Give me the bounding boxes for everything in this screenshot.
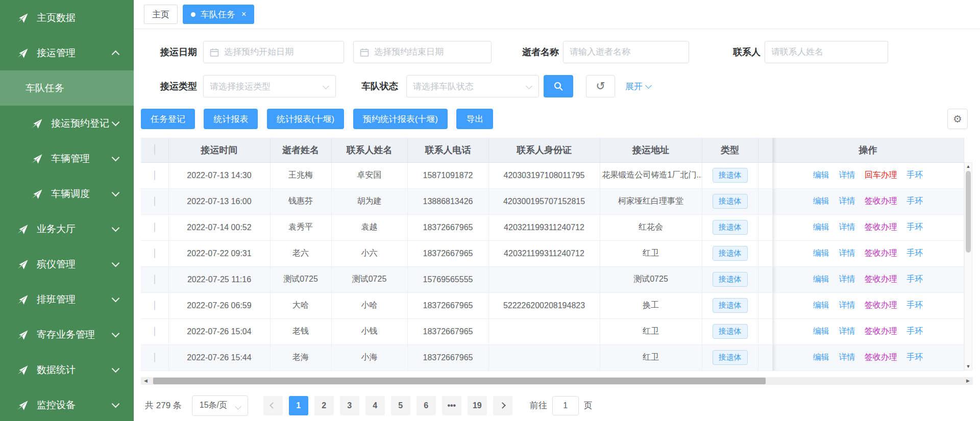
toolbar-button[interactable]: 统计报表 bbox=[204, 109, 258, 129]
sidebar-item[interactable]: 殡仪管理 bbox=[0, 246, 134, 282]
detail-link[interactable]: 详情 bbox=[839, 196, 855, 205]
process-link[interactable]: 签收办理 bbox=[865, 301, 897, 309]
contact-input[interactable] bbox=[765, 41, 888, 63]
sidebar-item[interactable]: 数据统计 bbox=[0, 352, 134, 387]
wristband-link[interactable]: 手环 bbox=[906, 301, 923, 309]
sidebar-item[interactable]: 寄存业务管理 bbox=[0, 317, 134, 352]
vertical-scroll-thumb[interactable] bbox=[966, 171, 971, 253]
row-checkbox[interactable] bbox=[154, 327, 155, 336]
toolbar-button[interactable]: 导出 bbox=[456, 109, 493, 129]
horizontal-scroll-thumb[interactable] bbox=[153, 378, 766, 384]
horizontal-scrollbar[interactable]: ◀ ▶ bbox=[141, 377, 973, 385]
date-start-input[interactable] bbox=[204, 41, 344, 63]
process-link[interactable]: 签收办理 bbox=[865, 222, 897, 231]
row-checkbox[interactable] bbox=[154, 353, 155, 362]
row-checkbox[interactable] bbox=[154, 275, 155, 284]
page-button[interactable]: 3 bbox=[340, 396, 359, 415]
scroll-down-icon[interactable]: ▼ bbox=[965, 363, 972, 370]
tab-fleet-tasks[interactable]: 车队任务 × bbox=[183, 5, 254, 24]
page-size-select[interactable]: 15条/页 bbox=[192, 395, 248, 416]
edit-link[interactable]: 编辑 bbox=[813, 275, 829, 283]
edit-link[interactable]: 编辑 bbox=[813, 327, 829, 335]
page-button[interactable]: 4 bbox=[365, 396, 385, 415]
sidebar-item[interactable]: 车队任务 bbox=[0, 70, 134, 106]
deceased-name-input[interactable] bbox=[564, 41, 689, 63]
sidebar-item[interactable]: 接运预约登记 bbox=[0, 106, 134, 141]
detail-link[interactable]: 详情 bbox=[839, 275, 855, 283]
page-button[interactable]: 2 bbox=[314, 396, 334, 415]
page-button[interactable]: 1 bbox=[289, 396, 308, 415]
contact-field[interactable] bbox=[765, 41, 888, 63]
process-link[interactable]: 回车办理 bbox=[865, 170, 897, 179]
row-checkbox[interactable] bbox=[154, 249, 155, 258]
cell-contact-name: 小六 bbox=[331, 240, 407, 266]
wristband-link[interactable]: 手环 bbox=[906, 327, 923, 335]
detail-link[interactable]: 详情 bbox=[839, 353, 855, 361]
process-link[interactable]: 签收办理 bbox=[865, 196, 897, 205]
page-button[interactable]: 5 bbox=[391, 396, 410, 415]
row-checkbox[interactable] bbox=[154, 301, 155, 310]
deceased-name-field[interactable] bbox=[563, 41, 689, 63]
wristband-link[interactable]: 手环 bbox=[906, 170, 923, 179]
wristband-link[interactable]: 手环 bbox=[906, 275, 923, 283]
process-link[interactable]: 签收办理 bbox=[865, 249, 897, 257]
cell-deceased-name: 老海 bbox=[270, 344, 331, 370]
wristband-link[interactable]: 手环 bbox=[906, 249, 923, 257]
select-all-checkbox[interactable] bbox=[154, 144, 155, 155]
toolbar-button[interactable]: 统计报表(十堰) bbox=[267, 109, 344, 129]
page-button[interactable]: ••• bbox=[442, 396, 461, 415]
detail-link[interactable]: 详情 bbox=[839, 170, 855, 179]
sidebar-item[interactable]: 业务大厅 bbox=[0, 211, 134, 246]
edit-link[interactable]: 编辑 bbox=[813, 170, 829, 179]
tab-home[interactable]: 主页 bbox=[144, 5, 178, 24]
detail-link[interactable]: 详情 bbox=[839, 222, 855, 231]
prev-page-button[interactable] bbox=[263, 396, 283, 415]
sidebar-item[interactable]: 监控设备 bbox=[0, 387, 134, 421]
paper-plane-icon bbox=[31, 188, 43, 200]
page-button[interactable]: 19 bbox=[468, 396, 487, 415]
edit-link[interactable]: 编辑 bbox=[813, 196, 829, 205]
row-checkbox[interactable] bbox=[154, 196, 155, 206]
pickup-type-select[interactable]: 请选择接运类型 bbox=[203, 75, 336, 97]
detail-link[interactable]: 详情 bbox=[839, 327, 855, 335]
row-checkbox[interactable] bbox=[154, 170, 155, 180]
date-start-field[interactable] bbox=[203, 41, 344, 63]
settings-button[interactable]: ⚙ bbox=[947, 109, 968, 129]
wristband-link[interactable]: 手环 bbox=[906, 196, 923, 205]
search-button[interactable] bbox=[544, 75, 573, 97]
toolbar-button[interactable]: 预约统计报表(十堰) bbox=[353, 109, 448, 129]
vertical-scrollbar[interactable]: ▲ ▼ bbox=[964, 162, 972, 370]
sidebar-item[interactable]: 排班管理 bbox=[0, 282, 134, 317]
chevron-icon bbox=[112, 154, 120, 162]
expand-link[interactable]: 展开 bbox=[625, 81, 651, 92]
close-tab-icon[interactable]: × bbox=[241, 10, 246, 18]
date-end-field[interactable] bbox=[353, 41, 492, 63]
sidebar-item[interactable]: 接运管理 bbox=[0, 35, 134, 70]
goto-page-input[interactable] bbox=[552, 396, 579, 415]
detail-link[interactable]: 详情 bbox=[839, 301, 855, 309]
fleet-status-select[interactable]: 请选择车队状态 bbox=[406, 75, 539, 97]
detail-link[interactable]: 详情 bbox=[839, 249, 855, 257]
date-end-input[interactable] bbox=[354, 41, 491, 63]
process-link[interactable]: 签收办理 bbox=[865, 353, 897, 361]
scroll-right-icon[interactable]: ▶ bbox=[964, 377, 972, 385]
wristband-link[interactable]: 手环 bbox=[906, 222, 923, 231]
page-button[interactable]: 6 bbox=[416, 396, 436, 415]
process-link[interactable]: 签收办理 bbox=[865, 275, 897, 283]
process-link[interactable]: 签收办理 bbox=[865, 327, 897, 335]
sidebar-item-label: 车辆调度 bbox=[51, 187, 90, 201]
edit-link[interactable]: 编辑 bbox=[813, 222, 829, 231]
sidebar-item[interactable]: 主页数据 bbox=[0, 0, 134, 35]
edit-link[interactable]: 编辑 bbox=[813, 301, 829, 309]
wristband-link[interactable]: 手环 bbox=[906, 353, 923, 361]
next-page-button[interactable] bbox=[493, 396, 512, 415]
edit-link[interactable]: 编辑 bbox=[813, 353, 829, 361]
refresh-button[interactable]: ↺ bbox=[586, 75, 615, 97]
row-checkbox[interactable] bbox=[154, 222, 155, 232]
toolbar-button[interactable]: 任务登记 bbox=[141, 109, 195, 129]
scroll-up-icon[interactable]: ▲ bbox=[965, 163, 972, 170]
sidebar-item[interactable]: 车辆调度 bbox=[0, 176, 134, 211]
sidebar-item[interactable]: 车辆管理 bbox=[0, 141, 134, 176]
scroll-left-icon[interactable]: ◀ bbox=[142, 377, 150, 385]
edit-link[interactable]: 编辑 bbox=[813, 249, 829, 257]
